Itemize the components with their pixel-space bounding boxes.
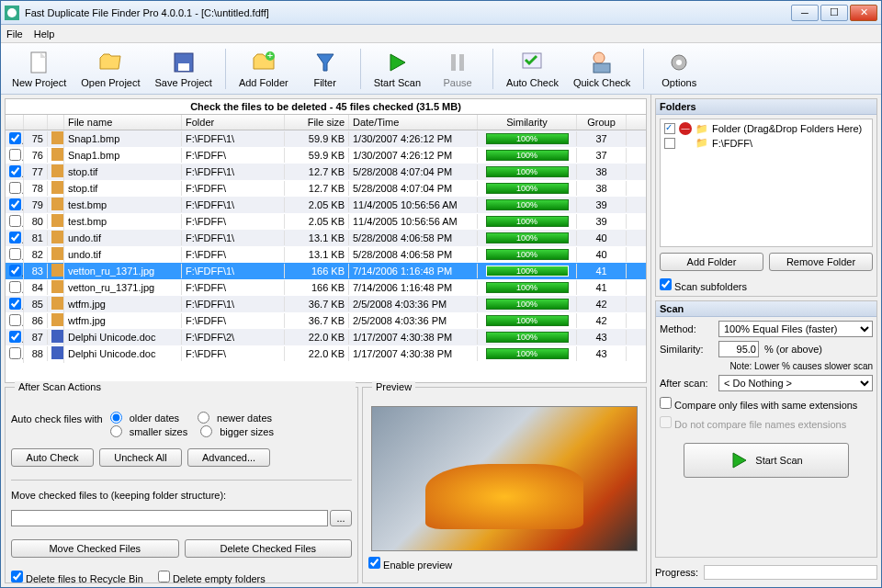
menu-help[interactable]: Help bbox=[34, 28, 55, 40]
empty-folders-checkbox[interactable]: Delete empty folders bbox=[158, 571, 266, 584]
folder-check-icon[interactable] bbox=[664, 123, 675, 134]
after-scan-select[interactable]: < Do Nothing > bbox=[718, 375, 873, 391]
col-group[interactable]: Group bbox=[577, 115, 627, 130]
similarity-bar: 100% bbox=[486, 232, 569, 243]
row-checkbox[interactable] bbox=[9, 298, 21, 310]
table-row[interactable]: 81undo.tifF:\FDFF\1\13.1 KB5/28/2008 4:0… bbox=[6, 230, 646, 246]
close-button[interactable]: ✕ bbox=[850, 5, 877, 21]
table-row[interactable]: 75Snap1.bmpF:\FDFF\1\59.9 KB1/30/2007 4:… bbox=[6, 130, 646, 147]
same-ext-checkbox[interactable]: Compare only files with same extensions bbox=[660, 397, 873, 411]
new-project-button[interactable]: New Project bbox=[6, 48, 72, 90]
scan-title: Scan bbox=[656, 301, 876, 317]
toolbar: New Project Open Project Save Project +A… bbox=[1, 43, 881, 95]
table-row[interactable]: 84vetton_ru_1371.jpgF:\FDFF\166 KB7/14/2… bbox=[6, 279, 646, 296]
open-project-button[interactable]: Open Project bbox=[75, 48, 145, 90]
row-checkbox[interactable] bbox=[9, 215, 21, 227]
auto-check-action-button[interactable]: Auto Check bbox=[11, 448, 94, 467]
similarity-input[interactable] bbox=[718, 341, 759, 357]
similarity-bar: 100% bbox=[486, 299, 569, 310]
browse-button[interactable]: ... bbox=[330, 510, 352, 526]
titlebar[interactable]: Fast Duplicate File Finder Pro 4.0.0.1 -… bbox=[1, 1, 881, 25]
funnel-icon bbox=[312, 50, 338, 75]
table-row[interactable]: 80test.bmpF:\FDFF\2.05 KB11/4/2005 10:56… bbox=[6, 213, 646, 230]
scan-subfolders-checkbox[interactable]: Scan subfolders bbox=[660, 278, 747, 292]
svg-rect-24 bbox=[51, 264, 64, 277]
table-row[interactable]: 83vetton_ru_1371.jpgF:\FDFF\1\166 KB7/14… bbox=[6, 263, 646, 279]
table-row[interactable]: 86wtfm.jpgF:\FDFF\36.7 KB2/5/2008 4:03:3… bbox=[6, 312, 646, 329]
col-folder[interactable]: Folder bbox=[182, 115, 285, 130]
row-checkbox[interactable] bbox=[9, 314, 21, 326]
summary-bar: Check the files to be deleted - 45 files… bbox=[5, 98, 647, 114]
bigger-sizes-radio[interactable] bbox=[200, 425, 212, 437]
move-files-button[interactable]: Move Checked Files bbox=[11, 539, 179, 558]
smaller-sizes-radio[interactable] bbox=[110, 425, 122, 437]
row-checkbox[interactable] bbox=[9, 132, 21, 144]
similarity-bar: 100% bbox=[486, 133, 569, 144]
grid-body[interactable]: 75Snap1.bmpF:\FDFF\1\59.9 KB1/30/2007 4:… bbox=[6, 130, 646, 382]
table-row[interactable]: 82undo.tifF:\FDFF\13.1 KB5/28/2008 4:06:… bbox=[6, 246, 646, 263]
method-select[interactable]: 100% Equal Files (faster) bbox=[718, 321, 873, 337]
folder-placeholder-row[interactable]: — 📁 Folder (Drag&Drop Folders Here) bbox=[662, 121, 870, 136]
col-sim[interactable]: Similarity bbox=[478, 115, 577, 130]
older-dates-radio[interactable] bbox=[110, 412, 122, 424]
svg-rect-9 bbox=[451, 54, 456, 71]
delete-files-button[interactable]: Delete Checked Files bbox=[185, 539, 353, 558]
auto-check-icon bbox=[519, 50, 545, 75]
folder-icon: 📁 bbox=[695, 123, 708, 135]
svg-rect-13 bbox=[594, 63, 610, 73]
folder-remove-icon[interactable]: — bbox=[679, 122, 692, 135]
col-size[interactable]: File size bbox=[285, 115, 349, 130]
col-date[interactable]: Date/Time bbox=[349, 115, 478, 130]
add-folder-button[interactable]: +Add Folder bbox=[233, 48, 294, 90]
save-project-button[interactable]: Save Project bbox=[150, 48, 218, 90]
auto-check-button[interactable]: Auto Check bbox=[501, 48, 564, 90]
quick-check-button[interactable]: Quick Check bbox=[568, 48, 636, 90]
col-name[interactable]: File name bbox=[64, 115, 182, 130]
pause-button[interactable]: Pause bbox=[430, 48, 485, 90]
row-checkbox[interactable] bbox=[9, 165, 21, 177]
folder-check-icon[interactable] bbox=[664, 138, 675, 149]
filter-button[interactable]: Filter bbox=[298, 48, 353, 90]
add-folder-btn[interactable]: Add Folder bbox=[660, 253, 763, 271]
minimize-button[interactable]: ─ bbox=[791, 5, 819, 21]
uncheck-all-button[interactable]: Uncheck All bbox=[99, 448, 182, 467]
row-checkbox[interactable] bbox=[9, 331, 21, 343]
file-icon bbox=[48, 163, 64, 181]
folder-item-row[interactable]: 📁 F:\FDFF\ bbox=[662, 136, 870, 150]
menu-file[interactable]: File bbox=[6, 28, 23, 40]
row-checkbox[interactable] bbox=[9, 198, 21, 210]
row-checkbox[interactable] bbox=[9, 232, 21, 243]
similarity-bar: 100% bbox=[486, 150, 569, 161]
table-row[interactable]: 77stop.tifF:\FDFF\1\12.7 KB5/28/2008 4:0… bbox=[6, 164, 646, 180]
table-row[interactable]: 78stop.tifF:\FDFF\12.7 KB5/28/2008 4:07:… bbox=[6, 180, 646, 197]
svg-rect-16 bbox=[51, 131, 64, 144]
grid-header[interactable]: File name Folder File size Date/Time Sim… bbox=[6, 115, 646, 130]
table-row[interactable]: 88Delphi Unicode.docF:\FDFF\22.0 KB1/17/… bbox=[6, 345, 646, 362]
maximize-button[interactable]: ☐ bbox=[820, 5, 848, 21]
recycle-checkbox[interactable]: Delete files to Recycle Bin bbox=[11, 571, 143, 584]
file-icon bbox=[48, 245, 64, 264]
table-row[interactable]: 87Delphi Unicode.docF:\FDFF\2\22.0 KB1/1… bbox=[6, 329, 646, 345]
remove-folder-btn[interactable]: Remove Folder bbox=[769, 253, 873, 271]
window-title: Fast Duplicate File Finder Pro 4.0.0.1 -… bbox=[25, 7, 791, 18]
move-path-input[interactable] bbox=[11, 510, 328, 526]
no-compare-names-checkbox[interactable]: Do not compare file names extensions bbox=[660, 416, 873, 430]
start-scan-button[interactable]: Start Scan bbox=[368, 48, 426, 90]
enable-preview-checkbox[interactable]: Enable preview bbox=[368, 557, 452, 571]
row-checkbox[interactable] bbox=[9, 281, 21, 293]
start-scan-big-button[interactable]: Start Scan bbox=[684, 443, 849, 478]
table-row[interactable]: 79test.bmpF:\FDFF\1\2.05 KB11/4/2005 10:… bbox=[6, 197, 646, 213]
row-checkbox[interactable] bbox=[9, 265, 21, 277]
advanced-button[interactable]: Advanced... bbox=[187, 448, 270, 467]
options-button[interactable]: Options bbox=[651, 48, 707, 90]
table-row[interactable]: 85wtfm.jpgF:\FDFF\1\36.7 KB2/5/2008 4:03… bbox=[6, 296, 646, 312]
newer-dates-radio[interactable] bbox=[198, 412, 209, 424]
row-checkbox[interactable] bbox=[9, 248, 21, 260]
svg-point-15 bbox=[676, 60, 682, 65]
row-checkbox[interactable] bbox=[9, 149, 21, 161]
file-icon bbox=[48, 196, 64, 214]
row-checkbox[interactable] bbox=[9, 347, 21, 359]
table-row[interactable]: 76Snap1.bmpF:\FDFF\59.9 KB1/30/2007 4:26… bbox=[6, 147, 646, 164]
row-checkbox[interactable] bbox=[9, 182, 21, 194]
folder-list[interactable]: — 📁 Folder (Drag&Drop Folders Here) 📁 F:… bbox=[660, 119, 873, 247]
